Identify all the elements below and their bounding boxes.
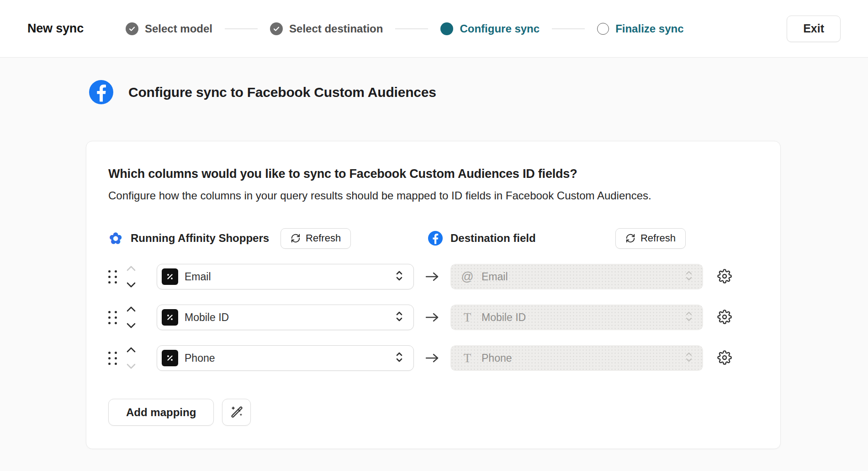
- card-description: Configure how the columns in your query …: [108, 189, 758, 202]
- snowflake-logo-icon: ✿: [108, 231, 123, 246]
- select-caret-icon: [685, 310, 693, 325]
- move-up-button: [126, 263, 137, 273]
- refresh-icon: [291, 233, 301, 243]
- exit-button[interactable]: Exit: [787, 16, 841, 42]
- column-type-icon: [162, 268, 178, 285]
- move-up-button[interactable]: [126, 345, 137, 355]
- source-header: ✿ Running Affinity Shoppers Refresh: [108, 228, 450, 249]
- column-type-icon: [162, 350, 178, 366]
- destination-field-select: @ Email: [450, 264, 703, 289]
- facebook-logo-icon: [89, 80, 113, 104]
- step-configure-sync[interactable]: Configure sync: [440, 22, 540, 35]
- mapping-row: Mobile ID T Mobile ID: [108, 305, 758, 330]
- select-caret-icon: [395, 310, 403, 325]
- active-dot-icon: [440, 22, 453, 35]
- destination-field-value: Email: [482, 271, 508, 283]
- destination-field-label: Destination field: [450, 232, 536, 245]
- source-refresh-button[interactable]: Refresh: [281, 228, 351, 249]
- source-column-value: Mobile ID: [185, 311, 229, 324]
- step-connector: [395, 28, 428, 29]
- gear-icon: [717, 310, 732, 324]
- stepper: Select model Select destination Configur…: [126, 22, 684, 35]
- destination-refresh-button[interactable]: Refresh: [615, 228, 686, 249]
- mapping-settings-button[interactable]: [717, 269, 732, 284]
- gear-icon: [717, 269, 732, 284]
- step-label: Select destination: [289, 22, 383, 35]
- mapping-settings-button[interactable]: [717, 310, 732, 325]
- select-caret-icon: [685, 269, 693, 284]
- refresh-icon: [625, 233, 635, 243]
- source-model-name: Running Affinity Shoppers: [131, 232, 269, 245]
- step-connector: [225, 28, 258, 29]
- auto-map-button[interactable]: [222, 399, 251, 426]
- source-column-select[interactable]: Mobile ID: [157, 305, 414, 330]
- mapping-arrow-icon: [414, 312, 450, 323]
- card-footer: Add mapping: [108, 399, 758, 426]
- mapping-row: Phone T Phone: [108, 345, 758, 371]
- source-column-value: Email: [185, 271, 211, 283]
- text-type-icon: T: [460, 310, 475, 325]
- step-connector: [552, 28, 585, 29]
- destination-field-value: Mobile ID: [482, 311, 526, 324]
- at-sign-icon: @: [460, 270, 475, 284]
- step-label: Finalize sync: [615, 22, 683, 35]
- destination-field-select: T Mobile ID: [450, 305, 703, 330]
- drag-handle-icon[interactable]: [108, 311, 117, 324]
- mapping-row: Email @ Email: [108, 264, 758, 289]
- column-type-icon: [162, 309, 178, 326]
- move-down-button: [126, 361, 137, 371]
- card-question: Which columns would you like to sync to …: [108, 167, 758, 181]
- sync-header: Configure sync to Facebook Custom Audien…: [89, 80, 868, 104]
- facebook-logo-icon: [428, 231, 443, 246]
- select-caret-icon: [395, 269, 403, 284]
- source-column-select[interactable]: Phone: [157, 345, 414, 371]
- drag-handle-icon[interactable]: [108, 270, 117, 284]
- topbar: New sync Select model Select destination…: [0, 0, 868, 58]
- text-type-icon: T: [460, 351, 475, 365]
- mapping-card: Which columns would you like to sync to …: [86, 141, 781, 449]
- drag-handle-icon[interactable]: [108, 352, 117, 365]
- step-finalize-sync[interactable]: Finalize sync: [597, 22, 683, 35]
- magic-wand-icon: [230, 406, 243, 419]
- move-up-button[interactable]: [126, 304, 137, 314]
- mapping-arrow-icon: [414, 353, 450, 364]
- select-caret-icon: [395, 351, 403, 365]
- destination-field-value: Phone: [482, 352, 512, 364]
- mapping-arrow-icon: [414, 271, 450, 282]
- step-select-model[interactable]: Select model: [126, 22, 212, 35]
- step-select-destination[interactable]: Select destination: [270, 22, 383, 35]
- page-title: New sync: [27, 21, 84, 36]
- mapping-rows: Email @ Email: [108, 264, 758, 371]
- sync-title: Configure sync to Facebook Custom Audien…: [128, 85, 436, 100]
- empty-circle-icon: [597, 23, 609, 35]
- destination-header: Destination field Refresh: [428, 228, 703, 249]
- check-circle-icon: [270, 22, 283, 35]
- gear-icon: [717, 350, 732, 365]
- source-column-value: Phone: [185, 352, 215, 364]
- select-caret-icon: [685, 351, 693, 365]
- columns-header: ✿ Running Affinity Shoppers Refresh Dest…: [108, 228, 758, 249]
- step-label: Select model: [145, 22, 212, 35]
- step-label: Configure sync: [460, 22, 540, 35]
- destination-field-select: T Phone: [450, 345, 703, 371]
- source-column-select[interactable]: Email: [157, 264, 414, 289]
- move-down-button[interactable]: [126, 321, 137, 331]
- add-mapping-button[interactable]: Add mapping: [108, 399, 214, 426]
- move-down-button[interactable]: [126, 280, 137, 290]
- mapping-settings-button[interactable]: [717, 350, 732, 366]
- check-circle-icon: [126, 22, 138, 35]
